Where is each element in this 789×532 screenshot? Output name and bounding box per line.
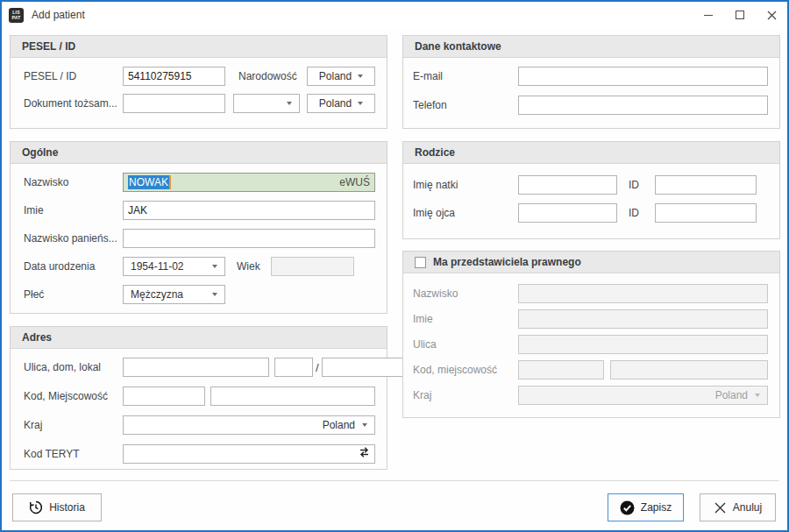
data-urodzenia-dropdown[interactable]: 1954-11-02 bbox=[123, 257, 225, 276]
nazwisko-panienskie-label: Nazwisko panieńs... bbox=[24, 232, 123, 245]
footer-divider bbox=[10, 480, 779, 481]
przedstawiciel-nazwisko-input bbox=[518, 284, 768, 303]
przedstawiciel-imie-input bbox=[518, 309, 768, 329]
chevron-down-icon bbox=[212, 293, 217, 296]
section-ogolne-header: Ogólne bbox=[11, 142, 387, 164]
telefon-input[interactable] bbox=[518, 96, 768, 115]
nazwisko-input[interactable]: NOWAK eWUŚ bbox=[123, 173, 375, 192]
przedstawiciel-kraj-row: Kraj Poland bbox=[413, 386, 768, 405]
add-patient-dialog: LIS PAT Add patient PESEL / ID PESEL / I… bbox=[0, 0, 789, 532]
imie-matki-label: Imię natki bbox=[413, 179, 518, 191]
chevron-down-icon bbox=[755, 394, 760, 397]
ulica-row: Ulica, dom, lokal / bbox=[24, 358, 375, 377]
dokument-country-dropdown[interactable]: Poland bbox=[307, 94, 375, 113]
anuluj-label: Anuluj bbox=[733, 501, 762, 514]
imie-input[interactable] bbox=[123, 201, 375, 220]
kraj-dropdown[interactable]: Poland bbox=[123, 415, 375, 435]
history-icon bbox=[29, 500, 43, 514]
imie-ojca-input[interactable] bbox=[518, 203, 617, 223]
dokument-input[interactable] bbox=[123, 94, 225, 113]
kod-miejscowosc-label: Kod, Miejscowość bbox=[24, 390, 123, 402]
ewus-badge: eWUŚ bbox=[339, 176, 370, 188]
matka-id-label: ID bbox=[629, 179, 639, 191]
anuluj-button[interactable]: Anuluj bbox=[700, 493, 776, 521]
przedstawiciel-ulica-input bbox=[518, 335, 768, 354]
section-adres-header: Adres bbox=[11, 327, 387, 349]
section-title: PESEL / ID bbox=[22, 40, 75, 53]
section-przedstawiciel-header: Ma przedstawiciela prawnego bbox=[403, 252, 779, 273]
section-pesel-header: PESEL / ID bbox=[11, 36, 387, 58]
przedstawiciel-kod-row: Kod, miejscowość bbox=[413, 360, 768, 379]
maximize-icon[interactable] bbox=[724, 2, 756, 28]
kod-teryt-label: Kod TERYT bbox=[24, 448, 123, 460]
window-title: Add patient bbox=[32, 9, 85, 21]
pesel-input[interactable] bbox=[123, 67, 225, 86]
kraj-label: Kraj bbox=[24, 419, 123, 431]
data-urodzenia-label: Data urodzenia bbox=[24, 260, 123, 273]
section-adres: Adres Ulica, dom, lokal / Kod, Miejscowo… bbox=[10, 326, 387, 470]
plec-label: Płeć bbox=[24, 288, 123, 301]
przedstawiciel-imie-row: Imie bbox=[413, 309, 768, 329]
email-row: E-mail bbox=[413, 67, 768, 86]
pesel-label: PESEL / ID bbox=[24, 70, 123, 82]
titlebar: LIS PAT Add patient bbox=[2, 2, 787, 28]
dokument-label: Dokument tożsam... bbox=[24, 97, 123, 110]
dokument-row: Dokument tożsam... Poland bbox=[24, 94, 375, 113]
telefon-label: Telefon bbox=[413, 99, 518, 111]
przedstawiciel-imie-label: Imie bbox=[413, 313, 518, 325]
chevron-down-icon bbox=[362, 423, 367, 427]
nazwisko-row: Nazwisko NOWAK eWUŚ bbox=[24, 173, 375, 192]
imie-matki-row: Imię natki ID bbox=[413, 175, 768, 195]
przedstawiciel-kraj-label: Kraj bbox=[413, 389, 518, 401]
close-icon[interactable] bbox=[756, 2, 787, 28]
chevron-down-icon bbox=[212, 265, 217, 268]
przedstawiciel-kraj-dropdown: Poland bbox=[518, 386, 768, 405]
close-x-glyph bbox=[767, 11, 777, 20]
wiek-input bbox=[271, 257, 354, 276]
plec-value: Mężczyzna bbox=[131, 288, 183, 301]
kod-pocztowy-input[interactable] bbox=[123, 387, 205, 406]
nazwisko-panienskie-row: Nazwisko panieńs... bbox=[24, 229, 375, 248]
nazwisko-panienskie-input[interactable] bbox=[123, 229, 375, 248]
section-title: Ma przedstawiciela prawnego bbox=[433, 256, 581, 268]
ma-przedstawiciela-checkbox[interactable] bbox=[415, 257, 426, 268]
section-title: Adres bbox=[22, 331, 52, 344]
historia-button[interactable]: Historia bbox=[12, 493, 102, 521]
imie-ojca-row: Imię ojca ID bbox=[413, 203, 768, 223]
narodowosc-value: Poland bbox=[319, 70, 352, 82]
miejscowosc-input[interactable] bbox=[210, 387, 375, 406]
przedstawiciel-kraj-value: Poland bbox=[715, 389, 748, 401]
kod-teryt-input[interactable] bbox=[123, 444, 375, 464]
swap-arrows-glyph bbox=[358, 446, 371, 458]
section-rodzice: Rodzice Imię natki ID Imię ojca ID bbox=[402, 141, 780, 239]
przedstawiciel-kod-label: Kod, miejscowość bbox=[413, 364, 518, 376]
section-pesel-id: PESEL / ID PESEL / ID Narodowość Poland … bbox=[10, 35, 387, 129]
narodowosc-dropdown[interactable]: Poland bbox=[307, 67, 375, 86]
email-input[interactable] bbox=[518, 67, 768, 86]
matka-id-input[interactable] bbox=[655, 175, 757, 195]
section-przedstawiciel: Ma przedstawiciela prawnego Nazwisko Imi… bbox=[402, 251, 780, 418]
kod-miejscowosc-row: Kod, Miejscowość bbox=[24, 387, 375, 406]
dom-input[interactable] bbox=[274, 358, 313, 377]
window-controls bbox=[693, 2, 787, 28]
przedstawiciel-nazwisko-label: Nazwisko bbox=[413, 287, 518, 300]
dokument-type-dropdown[interactable] bbox=[233, 94, 300, 113]
chevron-down-icon bbox=[358, 102, 363, 105]
imie-matki-input[interactable] bbox=[518, 175, 617, 195]
kod-teryt-row: Kod TERYT bbox=[24, 444, 375, 464]
data-urodzenia-value: 1954-11-02 bbox=[131, 260, 184, 273]
data-urodzenia-row: Data urodzenia 1954-11-02 Wiek bbox=[24, 257, 375, 276]
zapisz-button[interactable]: Zapisz bbox=[608, 493, 684, 521]
imie-ojca-label: Imię ojca bbox=[413, 207, 518, 219]
minimize-icon[interactable] bbox=[693, 2, 724, 28]
przedstawiciel-miejscowosc-input bbox=[610, 360, 768, 379]
narodowosc-label: Narodowość bbox=[238, 70, 297, 82]
ulica-input[interactable] bbox=[123, 358, 269, 377]
section-rodzice-header: Rodzice bbox=[403, 142, 779, 164]
teryt-refresh-icon[interactable] bbox=[358, 446, 371, 462]
plec-dropdown[interactable]: Mężczyzna bbox=[123, 285, 225, 304]
ojciec-id-input[interactable] bbox=[655, 203, 757, 223]
maximize-glyph bbox=[736, 11, 744, 19]
przedstawiciel-nazwisko-row: Nazwisko bbox=[413, 284, 768, 303]
app-icon: LIS PAT bbox=[9, 8, 24, 23]
